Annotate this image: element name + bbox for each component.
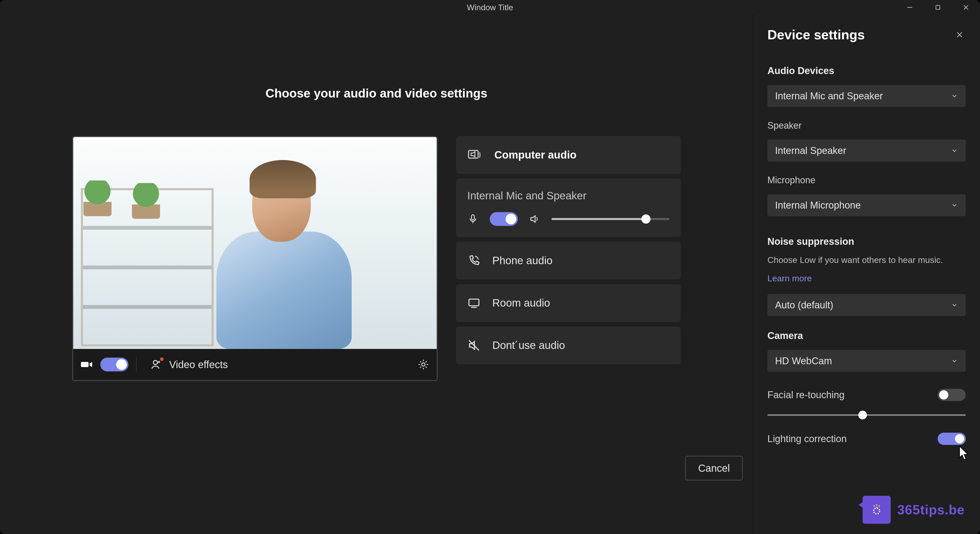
cancel-label: Cancel — [698, 462, 730, 474]
phone-icon — [467, 254, 480, 267]
app-window: Window Title Choose your audio and video… — [0, 0, 980, 534]
close-window-button[interactable] — [952, 0, 980, 15]
page-heading: Choose your audio and video settings — [266, 86, 487, 100]
facial-retouching-slider[interactable] — [767, 414, 966, 416]
lighting-correction-row: Lighting correction — [767, 433, 966, 445]
camera-toggle[interactable] — [100, 358, 128, 371]
svg-rect-1 — [936, 5, 940, 9]
video-toolbar: Video effects — [73, 349, 437, 380]
minimize-button[interactable] — [896, 0, 924, 15]
svg-point-5 — [422, 363, 425, 366]
device-settings-panel: Device settings Audio Devices Internal M… — [753, 15, 980, 534]
watermark: 365tips.be — [862, 496, 965, 524]
footer-buttons: Cancel — [685, 456, 743, 480]
video-effects-label: Video effects — [169, 359, 228, 370]
computer-audio-block: Computer audio — [456, 136, 681, 174]
main-area: Choose your audio and video settings — [0, 15, 753, 534]
cancel-button[interactable]: Cancel — [685, 456, 743, 480]
watermark-text: 365tips.be — [897, 502, 965, 517]
close-icon — [956, 30, 964, 39]
svg-rect-6 — [469, 151, 478, 158]
svg-point-4 — [153, 360, 158, 365]
room-icon — [467, 296, 480, 309]
video-effects-button[interactable]: Video effects — [144, 349, 234, 380]
chevron-down-icon — [951, 202, 958, 209]
video-preview — [73, 137, 437, 349]
svg-rect-8 — [469, 299, 479, 306]
camera-dropdown[interactable]: HD WebCam — [767, 350, 966, 372]
noise-suppression-label: Noise suppression — [767, 236, 966, 247]
computer-audio-label: Computer audio — [494, 149, 576, 161]
audio-devices-dropdown[interactable]: Internal Mic and Speaker — [767, 85, 966, 107]
audio-off-icon — [467, 339, 480, 352]
video-card: Video effects — [72, 136, 438, 381]
plant-icon — [132, 183, 160, 219]
speaker-dropdown[interactable]: Internal Speaker — [767, 140, 966, 162]
content-row: Choose your audio and video settings — [0, 15, 980, 534]
chevron-down-icon — [951, 147, 958, 154]
video-scene — [73, 137, 437, 349]
person-silhouette — [211, 160, 354, 349]
chevron-down-icon — [951, 92, 958, 100]
dont-use-audio-option[interactable]: Dont´use audio — [456, 327, 681, 364]
chevron-down-icon — [951, 357, 958, 365]
lighting-correction-toggle[interactable] — [938, 433, 966, 445]
gear-icon — [417, 359, 430, 371]
speaker-label: Speaker — [767, 120, 966, 131]
lighting-correction-label: Lighting correction — [767, 434, 847, 445]
center-row: Video effects — [72, 136, 681, 381]
phone-audio-option[interactable]: Phone audio — [456, 242, 681, 279]
camera-label: Camera — [767, 330, 966, 341]
room-audio-option[interactable]: Room audio — [456, 284, 681, 322]
audio-options: Computer audio Internal Mic and Speaker — [456, 136, 681, 381]
phone-audio-label: Phone audio — [492, 255, 552, 267]
panel-header: Device settings — [767, 27, 966, 42]
watermark-badge-icon — [862, 496, 891, 524]
pc-audio-icon — [467, 147, 483, 163]
camera-value: HD WebCam — [775, 355, 832, 367]
noise-help-text: Choose Low if you want others to hear mu… — [767, 254, 966, 265]
microphone-label: Microphone — [767, 175, 966, 186]
facial-retouching-row: Facial re-touching — [767, 389, 966, 401]
internal-mic-speaker-label: Internal Mic and Speaker — [467, 190, 670, 202]
dont-use-audio-label: Dont´use audio — [492, 339, 565, 351]
divider — [136, 357, 137, 372]
speaker-value: Internal Speaker — [775, 145, 846, 156]
settings-button[interactable] — [417, 359, 430, 371]
microphone-dropdown[interactable]: Internal Microphone — [767, 194, 966, 216]
audio-devices-value: Internal Mic and Speaker — [775, 91, 883, 102]
svg-line-16 — [879, 506, 880, 507]
learn-more-link[interactable]: Learn more — [767, 273, 966, 284]
speaker-volume-slider[interactable] — [552, 218, 670, 220]
speaker-volume-icon — [529, 214, 540, 225]
chevron-down-icon — [951, 301, 958, 309]
noise-suppression-value: Auto (default) — [775, 300, 833, 311]
panel-title: Device settings — [767, 27, 865, 42]
cursor-icon — [957, 444, 972, 462]
audio-devices-label: Audio Devices — [767, 65, 966, 77]
close-panel-button[interactable] — [953, 29, 966, 41]
microphone-value: Internal Microphone — [775, 200, 861, 211]
plant-icon — [83, 180, 111, 216]
microphone-icon — [467, 214, 479, 225]
camera-icon — [80, 359, 93, 371]
noise-suppression-dropdown[interactable]: Auto (default) — [767, 294, 966, 316]
facial-retouching-label: Facial re-touching — [767, 389, 845, 400]
svg-rect-7 — [472, 215, 474, 220]
svg-point-13 — [873, 508, 880, 514]
microphone-toggle[interactable] — [490, 212, 518, 226]
facial-retouching-toggle[interactable] — [938, 389, 966, 401]
room-audio-label: Room audio — [492, 297, 550, 309]
window-controls — [896, 0, 980, 15]
titlebar: Window Title — [0, 0, 980, 15]
svg-line-15 — [873, 506, 875, 507]
notification-dot-icon — [160, 357, 164, 361]
maximize-button[interactable] — [924, 0, 952, 15]
window-title: Window Title — [467, 3, 513, 12]
internal-mic-speaker-block: Internal Mic and Speaker — [456, 179, 681, 237]
